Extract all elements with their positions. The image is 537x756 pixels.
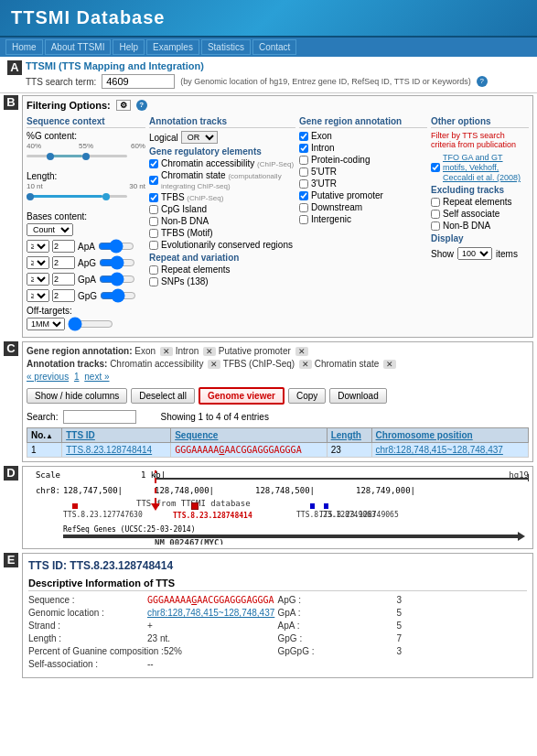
off-slider[interactable] (68, 317, 113, 331)
tfo-checkbox[interactable] (431, 163, 440, 172)
intron-checkbox[interactable] (299, 144, 308, 153)
off-select[interactable]: 1MM (27, 318, 65, 330)
ttsmi-subtitle[interactable]: TTSMI (TTS Mapping and Integration) (26, 60, 204, 71)
nav-help[interactable]: Help (113, 39, 145, 55)
excl-self-label: Self associate (443, 209, 499, 219)
nav-statistics[interactable]: Statistics (201, 39, 251, 55)
next-link[interactable]: next » (84, 372, 109, 382)
section-a: A TTSMI (TTS Mapping and Integration) TT… (0, 57, 537, 93)
col-chr-pos[interactable]: Chromosome position (371, 428, 528, 443)
desc-guanine-label: Percent of Guanine composition : (28, 646, 164, 656)
chromatin-state-x-badge[interactable]: ✕ (383, 360, 396, 369)
excl-self-checkbox[interactable] (431, 210, 440, 219)
col-length[interactable]: Length (327, 428, 371, 443)
tfo-label: TFO GA and GT motifs, Vekhoff, Ceccaldi … (443, 152, 529, 182)
intergenic-checkbox[interactable] (299, 215, 308, 224)
tfbs-motif-checkbox[interactable] (149, 229, 158, 238)
intron-x-badge[interactable]: ✕ (203, 347, 216, 356)
cpg-island-checkbox[interactable] (149, 205, 158, 214)
tfbs-chipseq-checkbox[interactable] (149, 193, 158, 202)
gpg-op-select[interactable]: ≥ (27, 289, 49, 302)
row-chr-pos: chr8:128,748,415~128,748,437 (371, 443, 528, 458)
page-link[interactable]: 1 (74, 372, 80, 382)
conserved-regions-checkbox[interactable] (149, 241, 158, 250)
chromatin-access-label: Chromatin accessibility (ChIP-Seq) (161, 158, 294, 168)
non-b-dna-checkbox[interactable] (149, 217, 158, 226)
genome-viewer-button[interactable]: Genome viewer (199, 387, 285, 405)
desc-gpgpg-row: GpGpG : 3 (278, 646, 528, 656)
scale-label: Scale (27, 470, 63, 485)
putative-promoter-checkbox[interactable] (299, 191, 308, 200)
gc-max-label: 60% (131, 142, 145, 150)
excl-non-b-checkbox[interactable] (431, 221, 440, 231)
length-slider-left-thumb[interactable] (27, 193, 34, 200)
apa-op-select[interactable]: ≥ (27, 240, 49, 253)
nav-examples[interactable]: Examples (146, 39, 199, 55)
apg-op-select[interactable]: ≥ (27, 256, 49, 269)
gpg-input[interactable] (52, 289, 75, 302)
search-help-icon[interactable]: ? (477, 76, 488, 87)
apg-slider[interactable] (99, 255, 135, 270)
desc-sequence-label: Sequence : (28, 595, 147, 605)
filtering-help-icon[interactable]: ? (136, 100, 147, 111)
protein-coding-checkbox[interactable] (299, 156, 308, 165)
filtering-options-icon[interactable]: ⚙ (116, 100, 131, 111)
gpa-op-select[interactable]: ≥ (27, 273, 49, 286)
bases-content-select[interactable]: Count (27, 223, 73, 236)
putative-promoter-x-badge[interactable]: ✕ (295, 347, 308, 356)
gpa-input[interactable] (52, 273, 75, 286)
col-tts-id[interactable]: TTS ID (62, 428, 171, 443)
downstream-checkbox[interactable] (299, 203, 308, 212)
gpa-slider[interactable] (99, 272, 135, 286)
show-items-select[interactable]: 100 (457, 247, 492, 260)
nav-contact[interactable]: Contact (252, 39, 296, 55)
sequence-value: GGGAAAAAGAACGGAGGGAGGGA (175, 445, 302, 455)
length-slider[interactable] (27, 195, 127, 208)
exon-x-badge[interactable]: ✕ (160, 347, 173, 356)
tts-id-link[interactable]: TTS.8.23.128748414 (66, 445, 152, 455)
search-input[interactable] (102, 74, 175, 89)
excl-repeat-checkbox[interactable] (431, 198, 440, 207)
gc-slider-right-thumb[interactable] (82, 153, 90, 160)
desc-apg-label: ApG : (278, 595, 397, 605)
chromatin-access-x-badge[interactable]: ✕ (208, 360, 220, 369)
download-button[interactable]: Download (329, 388, 386, 404)
logical-select[interactable]: OR (181, 131, 218, 144)
repeat-elements-checkbox[interactable] (149, 265, 158, 275)
section-c-wrapper: C Gene region annotation: Exon ✕ Intron … (0, 340, 537, 464)
deselect-all-button[interactable]: Deselect all (131, 388, 195, 404)
apa-slider[interactable] (98, 239, 134, 254)
apa-input[interactable] (52, 240, 75, 253)
exon-checkbox[interactable] (299, 132, 308, 141)
tfbs-x-badge[interactable]: ✕ (299, 360, 312, 369)
chr-pos-link[interactable]: chr8:128,748,415~128,748,437 (376, 445, 503, 455)
gc-slider[interactable] (27, 155, 127, 167)
snps-checkbox[interactable] (149, 277, 158, 286)
nav-about[interactable]: About TTSMI (45, 39, 112, 55)
excl-repeat-label: Repeat elements (443, 197, 512, 207)
nav-home[interactable]: Home (5, 39, 43, 55)
desc-gpa-value: 5 (397, 608, 403, 618)
pos4: 128,749,000| (356, 486, 415, 495)
col-sequence[interactable]: Sequence (171, 428, 327, 443)
chromatin-state-checkbox[interactable] (149, 176, 158, 185)
length-slider-right-thumb[interactable] (102, 193, 110, 200)
tfo-link[interactable]: TFO GA and GT motifs, Vekhoff, Ceccaldi … (443, 153, 521, 182)
gc-slider-left-thumb[interactable] (47, 153, 54, 160)
three-utr-checkbox[interactable] (299, 179, 308, 189)
show-hide-button[interactable]: Show / hide columns (27, 388, 127, 404)
prev-link[interactable]: « previous (27, 372, 69, 382)
table-search-input[interactable] (63, 410, 136, 424)
gpg-slider[interactable] (100, 288, 136, 303)
section-b-label: B (4, 95, 18, 110)
apg-input[interactable] (52, 256, 75, 269)
chromatin-access-checkbox[interactable] (149, 159, 158, 168)
table-search-row: Search: Showing 1 to 4 of 4 entries (27, 410, 529, 424)
five-utr-checkbox[interactable] (299, 167, 308, 177)
gene-region-title: Gene region annotation (299, 116, 427, 128)
genome-viewer-content: Scale hg19 1 kb| chr8: 128,747,500| 128,… (27, 470, 529, 545)
exon-label: Exon (311, 131, 332, 141)
desc-location-label: Genomic location : (28, 608, 147, 618)
desc-location-link[interactable]: chr8:128,748,415~128,748,437 (147, 608, 274, 618)
copy-button[interactable]: Copy (288, 388, 326, 404)
